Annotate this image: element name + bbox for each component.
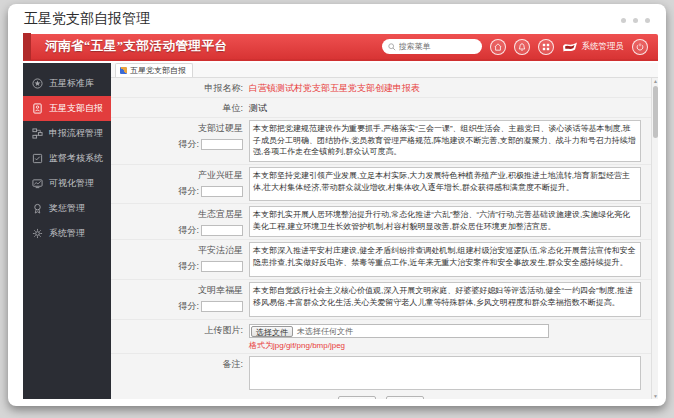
star-1-label: 支部过硬星 <box>111 122 243 135</box>
star-1-textarea[interactable]: 本支部把党建规范建设作为重要抓手,严格落实“三会一课”、组织生活会、主题党日、谈… <box>249 120 641 162</box>
remark-textarea[interactable] <box>249 356 641 390</box>
file-input[interactable]: 选择文件 未选择任何文件 <box>249 324 549 338</box>
score-label: 得分: <box>178 224 199 237</box>
form-row-remark: 备注: <box>111 354 651 392</box>
scroll-up-icon[interactable]: ▲ <box>652 78 659 84</box>
star-3-score-input[interactable] <box>201 225 243 236</box>
sidebar-item-label: 五星标准库 <box>49 77 94 90</box>
tab-icon <box>120 67 127 74</box>
platform-brand-title: 河南省“五星”支部活动管理平台 <box>45 38 228 55</box>
sidebar-item-self-report[interactable]: 五星支部自报 <box>23 96 111 121</box>
bell-icon <box>518 43 526 51</box>
sidebar-item-reward[interactable]: 奖惩管理 <box>23 196 111 221</box>
star-5-textarea[interactable]: 本支部自觉践行社会主义核心价值观,深入开展文明家庭、好婆婆好媳妇等评选活动,健全… <box>249 282 641 317</box>
home-icon <box>494 43 502 51</box>
scrollbar-thumb[interactable] <box>653 86 658 138</box>
sidebar-item-system-manage[interactable]: 系统管理 <box>23 221 111 246</box>
window-control-dot[interactable] <box>621 18 626 23</box>
sidebar-nav: 五星标准库 五星支部自报 申报流程管理 监督考核系统 可视化管理 <box>23 63 111 399</box>
star-2-label: 产业兴旺星 <box>111 169 243 182</box>
star-4-label: 平安法治星 <box>111 244 243 257</box>
sidebar-item-label: 系统管理 <box>49 227 85 240</box>
form-row-upload: 上传图片: 选择文件 未选择任何文件 格式为jpg/gif/png/bmp/jp… <box>111 320 651 354</box>
tab-label: 五星党支部自报 <box>130 65 186 76</box>
form-row-star-3: 生态宜居星 得分: 本支部扎实开展人居环境整治提升行动,常态化推进“六乱”整治、… <box>111 204 651 240</box>
window-control-dot[interactable] <box>645 18 650 23</box>
form-footer: 保存 返回 <box>111 392 651 399</box>
star-3-label: 生态宜居星 <box>111 208 243 221</box>
apps-grid-icon <box>542 43 550 51</box>
scroll-down-icon[interactable]: ▼ <box>652 393 659 399</box>
no-file-text: 未选择任何文件 <box>297 326 353 337</box>
search-icon <box>388 43 396 51</box>
sidebar-item-label: 奖惩管理 <box>49 202 85 215</box>
self-report-icon <box>32 103 43 114</box>
platform-emblem-icon <box>562 41 578 53</box>
system-manage-icon <box>32 228 43 239</box>
screen-background: 五星党支部自报管理 河南省“五星”支部活动管理平台 <box>0 0 674 418</box>
menu-collapse-strip[interactable] <box>23 33 31 60</box>
score-label: 得分: <box>178 138 199 151</box>
app-frame: 河南省“五星”支部活动管理平台 <box>23 34 658 399</box>
main-content: 五星党支部自报 ▲ ▼ 申报名称: 白营镇测试村党支部五星党支部创建申报表 单位… <box>111 63 658 399</box>
score-label: 得分: <box>178 185 199 198</box>
star-1-score-input[interactable] <box>201 139 243 150</box>
app-window: 五星党支部自报管理 河南省“五星”支部活动管理平台 <box>8 4 666 406</box>
score-label: 得分: <box>178 260 199 273</box>
upload-label: 上传图片: <box>111 322 249 337</box>
search-input[interactable] <box>399 42 476 51</box>
user-account[interactable]: 系统管理员 <box>562 41 625 53</box>
sidebar-item-label: 监督考核系统 <box>49 152 103 165</box>
window-controls[interactable] <box>621 18 650 23</box>
scrollbar[interactable]: ▲ ▼ <box>651 78 658 399</box>
window-control-dot[interactable] <box>633 18 638 23</box>
form-row-star-5: 文明幸福星 得分: 本支部自觉践行社会主义核心价值观,深入开展文明家庭、好婆婆好… <box>111 280 651 320</box>
save-button[interactable]: 保存 <box>338 396 376 399</box>
star-4-textarea[interactable]: 本支部深入推进平安村庄建设,健全矛盾纠纷排查调处机制,组建村级治安巡逻队伍,常态… <box>249 242 641 277</box>
back-button[interactable]: 返回 <box>386 396 424 399</box>
sidebar-item-label: 申报流程管理 <box>49 127 103 140</box>
tab-self-report[interactable]: 五星党支部自报 <box>115 63 193 77</box>
reward-icon <box>32 203 43 214</box>
form-row-star-2: 产业兴旺星 得分: 本支部坚持党建引领产业发展,立足本村实际,大力发展特色种植养… <box>111 165 651 204</box>
unit-label: 单位: <box>111 100 249 115</box>
app-header: 河南省“五星”支部活动管理平台 <box>23 34 658 61</box>
process-manage-icon <box>32 128 43 139</box>
window-titlebar: 五星党支部自报管理 <box>8 4 666 34</box>
power-icon <box>636 43 644 51</box>
form-row-star-4: 平安法治星 得分: 本支部深入推进平安村庄建设,健全矛盾纠纷排查调处机制,组建村… <box>111 240 651 280</box>
unit-value: 测试 <box>249 100 651 115</box>
star-3-textarea[interactable]: 本支部扎实开展人居环境整治提升行动,常态化推进“六乱”整治、“六清”行动,完善基… <box>249 206 641 237</box>
star-library-icon <box>32 78 43 89</box>
name-value: 白营镇测试村党支部五星党支部创建申报表 <box>249 80 651 95</box>
sidebar-item-assessment[interactable]: 监督考核系统 <box>23 146 111 171</box>
sidebar-item-visualization[interactable]: 可视化管理 <box>23 171 111 196</box>
star-2-score-input[interactable] <box>201 186 243 197</box>
apps-button[interactable] <box>538 39 554 55</box>
form-row-star-1: 支部过硬星 得分: 本支部把党建规范建设作为重要抓手,严格落实“三会一课”、组织… <box>111 118 651 165</box>
star-2-textarea[interactable]: 本支部坚持党建引领产业发展,立足本村实际,大力发展特色种植养殖产业,积极推进土地… <box>249 167 641 201</box>
search-box[interactable] <box>382 39 482 54</box>
home-button[interactable] <box>490 39 506 55</box>
notification-button[interactable] <box>514 39 530 55</box>
star-5-score-input[interactable] <box>201 301 243 312</box>
star-5-label: 文明幸福星 <box>111 284 243 297</box>
sidebar-item-process-manage[interactable]: 申报流程管理 <box>23 121 111 146</box>
name-label: 申报名称: <box>111 80 249 95</box>
logout-button[interactable] <box>632 39 648 55</box>
upload-format-note: 格式为jpg/gif/png/bmp/jpeg <box>249 340 641 351</box>
report-form: 申报名称: 白营镇测试村党支部五星党支部创建申报表 单位: 测试 支部过硬星 得… <box>111 78 651 399</box>
tab-bar: 五星党支部自报 <box>111 63 658 78</box>
assessment-icon <box>32 153 43 164</box>
choose-file-button[interactable]: 选择文件 <box>251 326 293 337</box>
sidebar-item-star-library[interactable]: 五星标准库 <box>23 71 111 96</box>
score-label: 得分: <box>178 300 199 313</box>
remark-label: 备注: <box>111 356 249 371</box>
visualization-icon <box>32 178 43 189</box>
star-4-score-input[interactable] <box>201 261 243 272</box>
sidebar-item-label: 可视化管理 <box>49 177 94 190</box>
form-row-unit: 单位: 测试 <box>111 98 651 118</box>
form-row-name: 申报名称: 白营镇测试村党支部五星党支部创建申报表 <box>111 78 651 98</box>
sidebar-item-label: 五星支部自报 <box>49 102 103 115</box>
user-name: 系统管理员 <box>582 41 625 53</box>
